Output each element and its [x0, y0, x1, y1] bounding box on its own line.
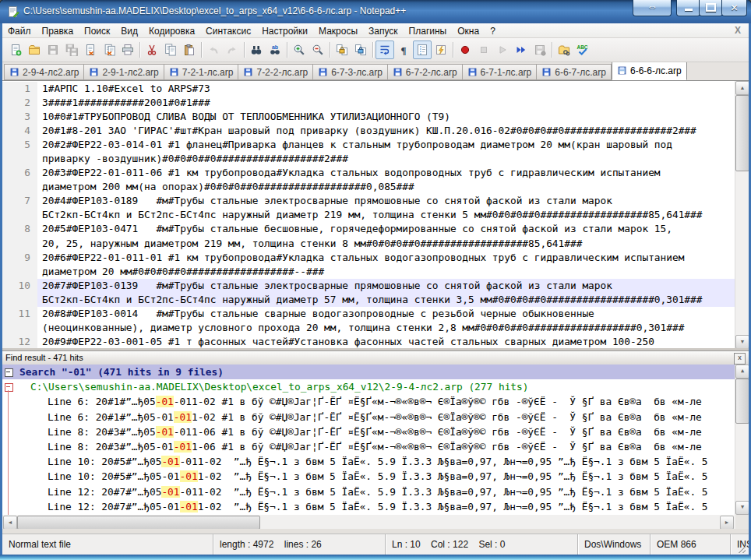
hit-result-row[interactable]: Line 10: 20#5#”…ђ05-01-011-02 ”…ђ Ё§¬.1 …: [2, 469, 735, 484]
file-result-row[interactable]: C:\Users\semushin-aa.MADELIX\Desktop\exc…: [2, 379, 735, 394]
tab-7-2-1-лс.arp[interactable]: 7-2-1-лс.arp: [164, 64, 239, 80]
editor-line[interactable]: 520#2#ФЕР22-03-014-01 #1 фланец#Приварка…: [2, 138, 735, 152]
scroll-down-icon[interactable]: ▼: [735, 501, 749, 515]
menu-item-файл[interactable]: Файл: [2, 24, 37, 38]
editor-line[interactable]: БСт2кп-БСт4кп и БСт2пс-БСт4пс наружный д…: [2, 208, 735, 222]
editor-line[interactable]: 23####1###########2001#0#1###: [2, 96, 735, 110]
minimize-button[interactable]: [676, 0, 700, 16]
scroll-down-icon[interactable]: ▼: [735, 335, 749, 349]
resize-grip[interactable]: [738, 545, 746, 553]
tab-7-2-2-лс.arp[interactable]: 7-2-2-лс.arp: [238, 64, 313, 80]
new-file-button[interactable]: [6, 41, 25, 59]
find-result-list[interactable]: Search "-01" (471 hits in 9 files)C:\Use…: [2, 365, 735, 515]
tab-6-7-1-лс.arp[interactable]: 6-7-1-лс.arp: [463, 64, 538, 80]
tab-2-9-4-лс2.arp[interactable]: 2-9-4-лс2.arp: [4, 64, 84, 80]
sync-horizontal-button[interactable]: [351, 41, 370, 59]
editor-line[interactable]: диаметром 200 мм(на опорах)#0#0#0##0####…: [2, 180, 735, 194]
restore-layout-button[interactable]: ⇔: [633, 0, 672, 16]
print-button[interactable]: [118, 41, 137, 59]
editor-line[interactable]: 20, 25, наружным диаметром 219 мм, толщи…: [2, 237, 735, 251]
find-horizontal-scrollbar[interactable]: ◄ ►: [2, 515, 749, 529]
hit-result-row[interactable]: Line 12: 20#7#”…ђ05-01-011-02 ”…ђ Ё§¬.1 …: [2, 499, 735, 514]
tab-6-7-3-лс.arp[interactable]: 6-7-3-лс.arp: [313, 64, 388, 80]
menu-item-кодировка[interactable]: Кодировка: [143, 24, 200, 38]
search-summary-row[interactable]: Search "-01" (471 hits in 9 files): [2, 365, 735, 379]
close-button[interactable]: ✕: [721, 0, 747, 16]
find-icon: [250, 44, 263, 56]
close-all-button[interactable]: [100, 41, 118, 59]
hit-result-row[interactable]: Line 6: 20#1#”…ђ05-01-011-02 #1 в бў ©#Џ…: [2, 394, 735, 409]
scroll-up-icon[interactable]: ▲: [735, 365, 749, 379]
editor-line[interactable]: 820#5#ФЕР103-0471 #м#Трубы стальные бесш…: [2, 222, 735, 236]
copy-button[interactable]: [161, 41, 180, 59]
menubar-close-icon[interactable]: X: [735, 23, 741, 37]
editor-line[interactable]: 1220#9#ФЕР22-03-001-05 #1 т фасонных час…: [2, 335, 735, 349]
zoom-out-button[interactable]: [309, 41, 327, 59]
menu-item-запуск[interactable]: Запуск: [363, 24, 404, 38]
hit-result-row[interactable]: Line 8: 20#3#”…ђ05-01-011-06 #1 в бў ©#Џ…: [2, 424, 735, 439]
macro-run-multiple-button[interactable]: [512, 41, 531, 59]
editor-line[interactable]: (неоцинкованные), диаметр условного прох…: [2, 321, 735, 335]
scroll-left-icon[interactable]: ◄: [3, 516, 17, 529]
editor-line[interactable]: 1120#8#ФЕР103-0014 #м#Трубы стальные сва…: [2, 307, 735, 321]
editor-line[interactable]: 420#1#8-201 ЗАО 'ГИРАС'#шт#Кран шаровый …: [2, 124, 735, 138]
hit-result-row[interactable]: Line 6: 20#1#”…ђ05-01-011-02 #1 в бў ©#Џ…: [2, 410, 735, 424]
scroll-up-icon[interactable]: ▲: [735, 81, 749, 95]
find-button[interactable]: [247, 41, 266, 59]
replace-button[interactable]: ab: [266, 41, 284, 59]
user-dialog-button[interactable]: [432, 41, 450, 59]
menu-item-вид[interactable]: Вид: [115, 24, 143, 38]
find-vertical-scrollbar[interactable]: ▲ ▼: [735, 365, 749, 515]
menu-item-?[interactable]: ?: [485, 24, 501, 38]
find-scrollbar-thumb[interactable]: [735, 379, 749, 424]
tab-2-9-1-лс2.arp[interactable]: 2-9-1-лс2.arp: [84, 64, 164, 80]
editor-line[interactable]: БСт2кп-БСт4кп и БСт2пс-БСт4пс наружный д…: [2, 293, 735, 307]
horizontal-scrollbar-thumb[interactable]: [17, 516, 260, 529]
menu-item-правка[interactable]: Правка: [37, 24, 79, 38]
editor-line[interactable]: 720#4#ФЕР103-0189 #м#Трубы стальные элек…: [2, 194, 735, 208]
editor-vertical-scrollbar[interactable]: ▲ ▼: [735, 81, 749, 349]
menu-item-плагины[interactable]: Плагины: [404, 24, 453, 38]
word-wrap-button[interactable]: [376, 41, 394, 59]
editor[interactable]: 11#АРПС 1.10#Excel to ARPS#7323####1####…: [2, 80, 749, 349]
hit-result-row[interactable]: Line 8: 20#3#”…ђ05-01-011-06 #1 в бў ©#Џ…: [2, 439, 735, 454]
scrollbar-corner: [735, 515, 749, 529]
panel-switch-button[interactable]: [555, 41, 573, 59]
tab-6-6-7-лс.arp[interactable]: 6-6-7-лс.arp: [537, 64, 612, 80]
spell-check-button[interactable]: ABC: [573, 41, 592, 59]
find-result-close-button[interactable]: x: [734, 353, 746, 365]
sync-vertical-button[interactable]: [333, 41, 351, 59]
menu-item-настройки[interactable]: Настройки: [256, 24, 313, 38]
editor-line[interactable]: диаметром 20 мм#0#0#0##0################…: [2, 265, 735, 279]
editor-scrollbar-thumb[interactable]: [735, 95, 749, 171]
editor-text-area[interactable]: 11#АРПС 1.10#Excel to ARPS#7323####1####…: [2, 82, 735, 349]
show-all-characters-button[interactable]: ¶: [394, 41, 413, 59]
find-result-panel[interactable]: Search "-01" (471 hits in 9 files)C:\Use…: [2, 365, 749, 515]
macro-record-button[interactable]: [456, 41, 474, 59]
indent-guide-button[interactable]: [413, 41, 432, 59]
hit-result-row[interactable]: Line 10: 20#5#”…ђ05-01-011-02 ”…ђ Ё§¬.1 …: [2, 454, 735, 469]
editor-line[interactable]: 920#6#ФЕР22-01-011-01 #1 км трубопровода…: [2, 251, 735, 265]
tab-6-7-2-лс.arp[interactable]: 6-7-2-лс.arp: [388, 64, 463, 80]
line-text: 20#3#ФЕР22-01-011-06 #1 км трубопровода#…: [37, 166, 735, 180]
menu-item-синтаксис[interactable]: Синтаксис: [200, 24, 256, 38]
open-folder-button[interactable]: [25, 41, 44, 59]
tab-6-6-6-лс.arp[interactable]: 6-6-6-лс.arp: [612, 62, 687, 80]
collapse-icon[interactable]: [5, 368, 13, 377]
scroll-right-icon[interactable]: ►: [720, 516, 734, 529]
paste-button[interactable]: [180, 41, 199, 59]
editor-line[interactable]: 310#0#1#ТРУБОПРОВОД СЛИВА ВОДЫ ОТ ТЕПЛОО…: [2, 110, 735, 124]
menu-item-макросы[interactable]: Макросы: [313, 24, 363, 38]
menu-item-окна[interactable]: Окна: [452, 24, 485, 38]
hit-result-row[interactable]: Line 12: 20#7#”…ђ05-01-011-02 ”…ђ Ё§¬.1 …: [2, 484, 735, 499]
close-button[interactable]: [81, 41, 100, 59]
menu-item-поиск[interactable]: Поиск: [79, 24, 115, 38]
editor-line[interactable]: приварку -воздушник)#0#0#0##0###########…: [2, 152, 735, 166]
editor-line[interactable]: 620#3#ФЕР22-01-011-06 #1 км трубопровода…: [2, 166, 735, 180]
zoom-in-button[interactable]: [290, 41, 309, 59]
editor-line[interactable]: 11#АРПС 1.10#Excel to ARPS#73: [2, 82, 735, 96]
cut-button[interactable]: [143, 41, 161, 59]
editor-line[interactable]: 1020#7#ФЕР103-0139 #м#Трубы стальные эле…: [2, 279, 735, 293]
maximize-button[interactable]: [699, 0, 723, 16]
collapse-icon[interactable]: [5, 383, 13, 392]
